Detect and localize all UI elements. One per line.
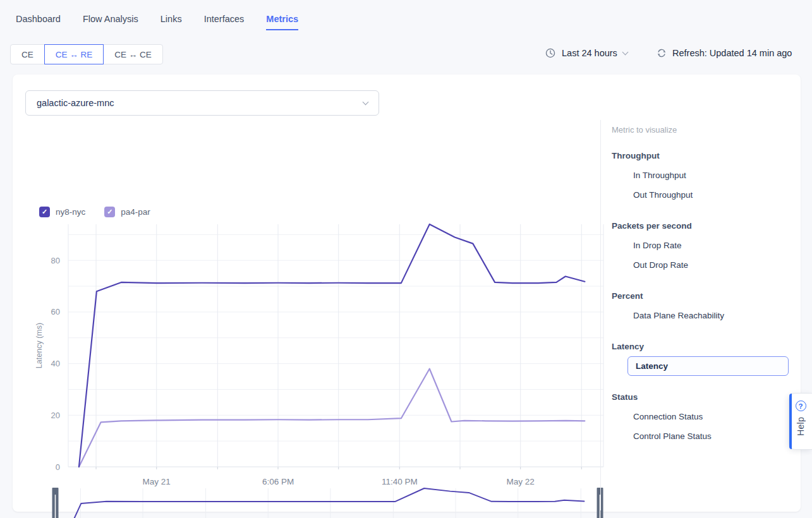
nav-flow-analysis[interactable]: Flow Analysis [83,14,138,30]
svg-text:60: 60 [51,307,60,316]
segment-ce-ce[interactable]: CE ↔ CE [103,44,163,64]
nav-interfaces[interactable]: Interfaces [204,14,245,30]
refresh-button[interactable]: Refresh: Updated 14 min ago [656,47,792,59]
metric-option-latency[interactable]: Latency [627,356,789,376]
metric-sidebar-title: Metric to visualize [612,125,789,135]
segment-ce-re[interactable]: CE ↔ RE [44,44,104,64]
metric-sidebar: Metric to visualize ThroughputIn Through… [612,125,789,446]
metric-group-percent: Percent [612,291,789,301]
metric-group-latency: Latency [612,342,789,351]
legend-label: pa4-par [121,207,150,217]
metric-option-in-drop-rate[interactable]: In Drop Rate [612,236,789,255]
metric-option-out-drop-rate[interactable]: Out Drop Rate [612,255,789,275]
checkbox-ny8-nyc[interactable]: ✓ [39,207,50,217]
svg-text:80: 80 [51,256,60,265]
time-range-dropdown[interactable]: Last 24 hours [545,47,627,59]
metric-option-control-plane-status[interactable]: Control Plane Status [612,426,789,446]
connector-select[interactable]: galactic-azure-mnc [25,90,379,116]
metric-option-in-throughput[interactable]: In Throughput [612,166,789,185]
chevron-down-icon [622,49,628,55]
refresh-label: Refresh: Updated 14 min ago [672,48,792,58]
chevron-down-icon [363,99,369,105]
overview-brush-chart[interactable]: May 216:06 PM11:40 PMMay 22 [52,486,603,518]
connector-select-value: galactic-azure-mnc [37,98,114,108]
svg-text:6:06 PM: 6:06 PM [262,477,294,486]
segment-ce[interactable]: CE [10,44,45,64]
svg-text:May 21: May 21 [143,477,171,486]
svg-text:20: 20 [51,411,60,420]
svg-text:Latency (ms): Latency (ms) [35,323,44,368]
sidebar-divider [600,120,601,510]
metric-option-connection-status[interactable]: Connection Status [612,407,789,426]
svg-text:11:40 PM: 11:40 PM [382,477,418,486]
endpoint-segment-group: CECE ↔ RECE ↔ CE [10,44,163,64]
metric-option-out-throughput[interactable]: Out Throughput [612,185,789,205]
legend-label: ny8-nyc [56,207,85,217]
metric-group-packets-per-second: Packets per second [612,221,789,231]
question-circle-icon: ? [796,401,806,411]
metric-groups: ThroughputIn ThroughputOut ThroughputPac… [612,151,789,446]
time-range-label: Last 24 hours [562,48,617,58]
metric-option-data-plane-reachability[interactable]: Data Plane Reachability [612,306,789,325]
legend-item-pa4-par[interactable]: ✓pa4-par [104,207,150,217]
metrics-panel: galactic-azure-mnc ✓ny8-nyc✓pa4-par 0204… [13,75,801,512]
nav-dashboard[interactable]: Dashboard [16,14,61,30]
metric-group-throughput: Throughput [612,151,789,160]
svg-text:0: 0 [56,462,60,472]
help-label: Help [796,417,806,436]
svg-text:May 22: May 22 [507,477,535,486]
metric-group-status: Status [612,392,789,402]
svg-text:40: 40 [51,359,60,368]
refresh-icon [656,47,667,59]
checkbox-pa4-par[interactable]: ✓ [104,207,115,217]
latency-chart[interactable]: 020406080Latency (ms)May 216:06 PM11:40 … [32,221,610,486]
clock-icon [545,47,556,59]
help-button[interactable]: ? Help [789,393,812,450]
series-legend: ✓ny8-nyc✓pa4-par [39,207,150,217]
nav-metrics[interactable]: Metrics [266,14,298,30]
top-nav: DashboardFlow AnalysisLinksInterfacesMet… [16,14,298,30]
legend-item-ny8-nyc[interactable]: ✓ny8-nyc [39,207,85,217]
nav-links[interactable]: Links [161,14,182,30]
